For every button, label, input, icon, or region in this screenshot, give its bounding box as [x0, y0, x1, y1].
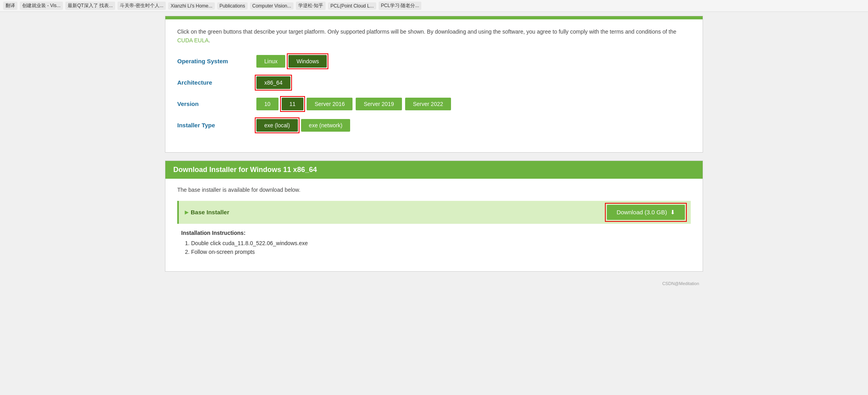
arch-label: Architecture	[177, 79, 256, 86]
download-button[interactable]: Download (3.0 GB) ⬇	[607, 205, 685, 220]
os-buttons: Linux Windows	[256, 55, 327, 68]
instruction-step-1: Double click cuda_11.8.0_522.06_windows.…	[191, 240, 687, 246]
bookmark-item[interactable]: PCL学习·随老分...	[379, 2, 422, 10]
os-label: Operating System	[177, 58, 256, 64]
download-title: Download Installer for Windows 11 x86_64	[173, 166, 695, 174]
instructions-title: Installation Instructions:	[181, 230, 687, 236]
bookmark-item[interactable]: 最新QT深入了 找表...	[65, 2, 115, 10]
os-row: Operating System Linux Windows	[177, 55, 691, 68]
green-accent-bar	[165, 16, 703, 19]
instruction-step-2: Follow on-screen prompts	[191, 249, 687, 255]
bookmark-item[interactable]: PCL(Point Cloud L...	[328, 2, 376, 9]
intro-paragraph: Click on the green buttons that describe…	[177, 27, 691, 45]
installer-local-button[interactable]: exe (local)	[256, 119, 298, 132]
version-10-button[interactable]: 10	[256, 98, 279, 110]
bookmark-item[interactable]: 学逆松·知乎	[296, 2, 326, 10]
download-button-text: Download (3.0 GB)	[616, 209, 667, 215]
installer-network-button[interactable]: exe (network)	[301, 119, 351, 132]
arch-buttons: x86_64	[256, 76, 290, 89]
version-server2019-button[interactable]: Server 2019	[356, 98, 402, 110]
bookmark-item[interactable]: 翻译	[3, 2, 17, 10]
selector-section: Click on the green buttons that describe…	[165, 16, 703, 153]
bookmark-item[interactable]: Publications	[217, 2, 248, 9]
version-server2022-button[interactable]: Server 2022	[405, 98, 451, 110]
arch-row: Architecture x86_64	[177, 76, 691, 89]
watermark: CSDN@Meditation	[165, 280, 703, 287]
bookmark-item[interactable]: 创建就业装 - Vis...	[20, 2, 63, 10]
version-row: Version 10 11 Server 2016 Server 2019 Se…	[177, 98, 691, 110]
installer-type-buttons: exe (local) exe (network)	[256, 119, 350, 132]
bookmarks-bar: 翻译 创建就业装 - Vis... 最新QT深入了 找表... 斗关帝-密生时个…	[0, 0, 868, 12]
version-buttons: 10 11 Server 2016 Server 2019 Server 202…	[256, 98, 451, 110]
bookmark-item[interactable]: Computer Vision...	[250, 2, 294, 9]
os-windows-button[interactable]: Windows	[288, 55, 327, 68]
base-installer-row: Base Installer Download (3.0 GB) ⬇	[177, 201, 691, 224]
download-btn-area: Download (3.0 GB) ⬇	[607, 205, 685, 220]
download-content: The base installer is available for down…	[165, 179, 703, 271]
os-linux-button[interactable]: Linux	[256, 55, 285, 68]
instructions-list: Double click cuda_11.8.0_522.06_windows.…	[181, 240, 687, 255]
version-server2016-button[interactable]: Server 2016	[307, 98, 353, 110]
arch-x86-button[interactable]: x86_64	[256, 76, 290, 89]
bookmark-item[interactable]: Xianzhi Li's Home...	[168, 2, 215, 9]
installer-type-label: Installer Type	[177, 122, 256, 129]
version-label: Version	[177, 100, 256, 107]
base-installer-label: Base Installer	[185, 209, 229, 215]
download-intro-text: The base installer is available for down…	[177, 187, 691, 193]
install-instructions: Installation Instructions: Double click …	[177, 224, 691, 263]
version-11-button[interactable]: 11	[282, 98, 304, 110]
download-header: Download Installer for Windows 11 x86_64	[165, 161, 703, 179]
download-icon: ⬇	[670, 209, 675, 216]
installer-type-row: Installer Type exe (local) exe (network)	[177, 119, 691, 132]
intro-text: Click on the green buttons that describe…	[177, 28, 676, 35]
cuda-eula-link[interactable]: CUDA EULA	[177, 37, 208, 43]
bookmark-item[interactable]: 斗关帝-密生时个人...	[118, 2, 166, 10]
selector-content: Click on the green buttons that describe…	[165, 19, 703, 152]
download-section: Download Installer for Windows 11 x86_64…	[165, 161, 703, 272]
